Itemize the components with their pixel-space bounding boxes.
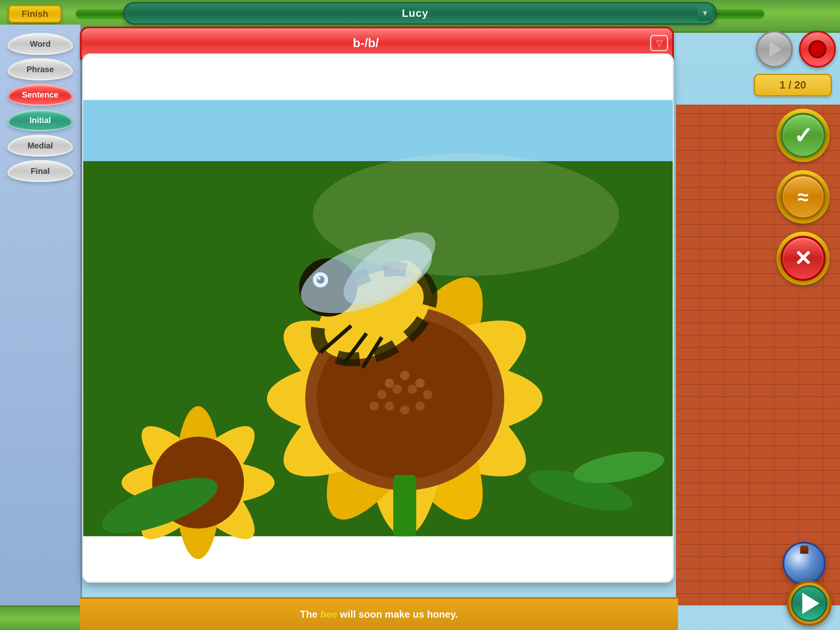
sidebar-item-word[interactable]: Word [7, 33, 73, 55]
sidebar-final-label: Final [31, 167, 50, 176]
header-bar: Lucy ▼ [123, 2, 420, 25]
sidebar-item-phrase[interactable]: Phrase [7, 58, 73, 80]
left-sidebar: Word Phrase Sentence Initial Medial Fina… [0, 25, 82, 315]
bee-flower-image [83, 55, 420, 315]
flashcard-image-area [82, 53, 420, 315]
sidebar-initial-label: Initial [30, 116, 51, 125]
sidebar-sentence-label: Sentence [22, 90, 59, 100]
phoneme-label: b-/b/ [82, 36, 420, 50]
sidebar-item-final[interactable]: Final [7, 160, 73, 182]
sidebar-item-sentence[interactable]: Sentence [7, 84, 73, 106]
pipe-left [76, 9, 129, 19]
finish-button[interactable]: Finish [8, 5, 62, 23]
finish-label: Finish [22, 9, 48, 19]
sidebar-phrase-label: Phrase [27, 65, 54, 74]
sidebar-item-initial[interactable]: Initial [7, 109, 73, 131]
username-label: Lucy [124, 7, 420, 20]
sidebar-word-label: Word [30, 39, 51, 49]
sidebar-item-medial[interactable]: Medial [7, 135, 73, 157]
sidebar-medial-label: Medial [27, 141, 53, 151]
